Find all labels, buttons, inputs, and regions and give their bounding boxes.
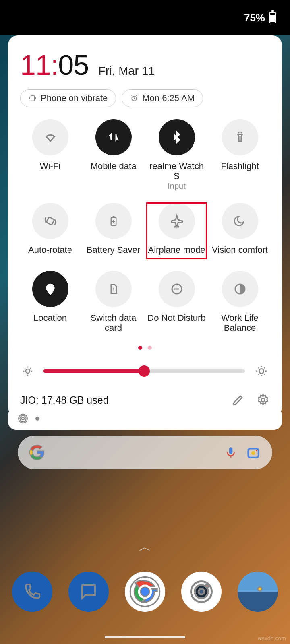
tile-airplane-mode[interactable]: Airplane mode (147, 203, 207, 259)
mic-icon[interactable] (224, 444, 238, 460)
work-life-icon (222, 271, 258, 307)
svg-point-26 (258, 587, 262, 591)
clock-hour: 11 (20, 50, 51, 81)
battery-percent: 75% (244, 12, 265, 24)
svg-point-4 (49, 287, 52, 289)
dock-app-files[interactable] (238, 572, 278, 612)
svg-point-9 (259, 369, 263, 374)
mobile-data-icon (95, 119, 132, 155)
nearby-icon (18, 413, 28, 424)
vibrate-icon (29, 94, 37, 102)
auto-brightness-icon[interactable]: A (255, 364, 268, 378)
svg-text:1: 1 (112, 287, 114, 292)
tile-auto-rotate[interactable]: Auto-rotate (20, 203, 80, 259)
app-drawer-handle[interactable]: ︿ (139, 539, 151, 555)
watermark: wsxdn.com (258, 635, 286, 642)
svg-point-24 (199, 589, 204, 594)
sim-icon: 1 (95, 271, 132, 307)
google-logo-icon (29, 444, 45, 460)
svg-point-18 (256, 450, 257, 451)
qs-footer: JIO: 17.48 GB used (20, 387, 270, 407)
airplane-icon (159, 203, 195, 239)
dock-app-phone[interactable] (12, 572, 52, 612)
bluetooth-icon (159, 119, 195, 155)
auto-rotate-icon (32, 203, 68, 239)
brightness-slider[interactable] (44, 369, 245, 373)
date[interactable]: Fri, Mar 11 (98, 64, 155, 78)
data-usage[interactable]: JIO: 17.48 GB used (20, 394, 109, 406)
svg-rect-15 (229, 447, 233, 454)
qs-tiles-grid: Wi-Fi Mobile data realme Watch S Input F… (20, 119, 270, 333)
notif-dot (35, 417, 39, 421)
status-bar: 75% (0, 0, 290, 35)
tile-mobile-data[interactable]: Mobile data (83, 119, 143, 191)
brightness-row: A (20, 360, 270, 387)
brightness-thumb[interactable] (139, 365, 150, 377)
clock-row: 11:05 Fri, Mar 11 (20, 49, 270, 81)
svg-point-20 (140, 587, 149, 596)
flashlight-icon (222, 119, 258, 155)
dock (0, 572, 290, 612)
tile-bluetooth[interactable]: realme Watch S Input (147, 119, 207, 191)
tile-switch-data-card[interactable]: 1 Switch data card (83, 271, 143, 333)
location-icon (32, 271, 68, 307)
dock-app-chrome[interactable] (125, 572, 165, 612)
svg-point-17 (251, 451, 255, 455)
vibrate-label: Phone on vibrate (41, 93, 108, 103)
dnd-icon (159, 271, 195, 307)
alarm-label: Mon 6:25 AM (142, 93, 195, 103)
tile-vision-comfort[interactable]: Vision comfort (210, 203, 270, 259)
clock-minute: 05 (58, 50, 89, 81)
svg-rect-0 (31, 95, 34, 101)
alarm-icon (130, 94, 138, 102)
google-search-bar[interactable] (18, 436, 272, 469)
quick-settings-panel: 11:05 Fri, Mar 11 Phone on vibrate Mon 6… (8, 35, 282, 417)
tile-location[interactable]: Location (20, 271, 80, 333)
lens-icon[interactable] (246, 445, 261, 460)
tile-wifi[interactable]: Wi-Fi (20, 119, 80, 191)
svg-point-11 (261, 398, 265, 402)
page-dots (20, 344, 270, 351)
alarm-chip[interactable]: Mon 6:25 AM (122, 89, 203, 107)
wifi-icon (32, 119, 68, 155)
svg-rect-2 (46, 217, 54, 225)
svg-text:A: A (265, 372, 268, 377)
tile-work-life-balance[interactable]: Work Life Balance (210, 271, 270, 333)
svg-point-25 (206, 585, 209, 588)
dock-app-messages[interactable] (68, 572, 109, 612)
edit-icon[interactable] (231, 393, 245, 407)
svg-point-13 (20, 415, 26, 421)
battery-saver-icon (95, 203, 132, 239)
clock[interactable]: 11:05 (20, 49, 89, 81)
status-chips: Phone on vibrate Mon 6:25 AM (20, 89, 270, 107)
nav-gesture-pill[interactable] (105, 636, 185, 638)
dock-app-camera[interactable] (181, 572, 222, 612)
notification-strip[interactable] (8, 407, 282, 430)
tile-flashlight[interactable]: Flashlight (210, 119, 270, 191)
svg-point-8 (26, 369, 30, 373)
settings-icon[interactable] (256, 393, 270, 407)
page-dot-2[interactable] (148, 346, 152, 350)
vision-comfort-icon (222, 203, 258, 239)
brightness-fill (44, 369, 144, 373)
vibrate-chip[interactable]: Phone on vibrate (20, 89, 116, 107)
brightness-low-icon (22, 365, 34, 377)
page-dot-1[interactable] (138, 346, 142, 350)
svg-point-12 (22, 417, 25, 420)
tile-do-not-disturb[interactable]: Do Not Disturb (147, 271, 207, 333)
battery-icon (269, 12, 276, 23)
tile-battery-saver[interactable]: Battery Saver (83, 203, 143, 259)
